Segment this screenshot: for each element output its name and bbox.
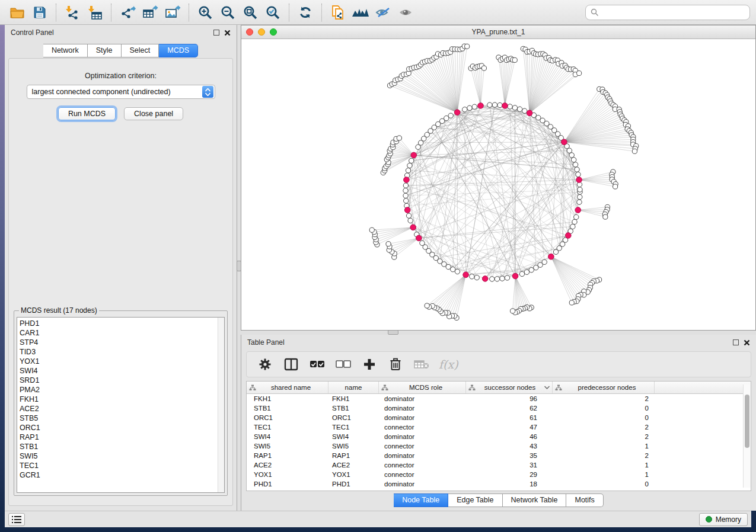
mcds-result-item[interactable]: RAP1 — [20, 432, 224, 442]
column-header-successor-nodes[interactable]: successor nodes — [466, 382, 553, 393]
table-tab[interactable]: Motifs — [566, 493, 603, 507]
zoom-out-icon — [220, 5, 235, 20]
export-image-button[interactable] — [161, 2, 184, 23]
table-tabs: Node TableEdge TableNetwork TableMotifs — [241, 493, 756, 507]
close-panel-icon[interactable] — [744, 339, 750, 346]
save-button[interactable] — [28, 2, 51, 23]
table-row[interactable]: RAP1 RAP1 dominator 35 2 — [247, 451, 751, 460]
import-table-button[interactable] — [84, 2, 106, 23]
sort-descending-icon — [544, 386, 550, 389]
zoom-in-button[interactable] — [194, 2, 216, 23]
control-panel-tab[interactable]: Style — [88, 44, 122, 57]
table-panel: Table Panel f(x) — [241, 335, 756, 511]
column-header-mcds-role[interactable]: MCDS role — [379, 382, 466, 393]
node-table-body: FKH1 FKH1 dominator 96 2 STB1 STB1 domin… — [247, 394, 751, 489]
table-row[interactable]: PHD1 PHD1 dominator 18 0 — [247, 479, 751, 489]
mcds-result-item[interactable]: STP4 — [20, 338, 224, 347]
control-panel-tab[interactable]: Select — [122, 44, 160, 57]
select-all-button[interactable] — [307, 354, 327, 374]
control-panel-tab[interactable]: MCDS — [159, 44, 198, 57]
trash-icon — [390, 358, 401, 371]
float-panel-icon[interactable] — [213, 30, 219, 36]
toolbar-separator — [321, 4, 322, 21]
mcds-result-item[interactable]: ORC1 — [20, 423, 224, 432]
table-row[interactable]: ORC1 ORC1 dominator 61 0 — [247, 413, 751, 422]
task-history-button[interactable] — [8, 513, 25, 526]
table-row[interactable]: STB1 STB1 dominator 62 0 — [247, 403, 751, 413]
mcds-result-item[interactable]: STB5 — [20, 414, 224, 423]
control-panel-tab[interactable]: Network — [43, 44, 88, 57]
mcds-result-item[interactable]: TEC1 — [20, 461, 224, 470]
table-tab[interactable]: Network Table — [503, 493, 567, 507]
show-all-button[interactable] — [394, 2, 417, 23]
table-tab[interactable]: Edge Table — [448, 493, 502, 507]
delete-column-button[interactable] — [385, 354, 406, 374]
table-row[interactable]: FKH1 FKH1 dominator 96 2 — [247, 394, 751, 403]
column-header-shared-name[interactable]: shared name — [247, 382, 328, 393]
zoom-fit-icon — [243, 5, 258, 20]
horizontal-splitter[interactable] — [241, 331, 756, 335]
mcds-result-item[interactable]: YOX1 — [20, 357, 224, 366]
mcds-result-item[interactable]: ACE2 — [20, 404, 224, 414]
node-table-header: shared name name MCDS role successor nod… — [247, 382, 751, 394]
table-row[interactable]: ACE2 ACE2 connector 31 1 — [247, 460, 751, 470]
mcds-result-group: MCDS result (17 nodes) PHD1CAR1STP4TID3Y… — [14, 306, 228, 496]
mcds-result-item[interactable]: STB1 — [20, 442, 224, 451]
mcds-result-item[interactable]: PHD1 — [20, 319, 224, 328]
close-panel-button[interactable]: Close panel — [124, 107, 183, 120]
hide-selected-button[interactable] — [372, 2, 394, 23]
criterion-dropdown[interactable]: largest connected component (undirected) — [27, 85, 215, 99]
horizontal-splitter-handle[interactable] — [388, 330, 398, 335]
table-row[interactable]: SWI5 SWI5 connector 43 1 — [247, 441, 751, 451]
run-mcds-button[interactable]: Run MCDS — [58, 107, 116, 120]
tree-icon — [468, 384, 476, 391]
float-panel-icon[interactable] — [733, 339, 739, 345]
import-network-icon — [65, 5, 80, 20]
deselect-all-button[interactable] — [333, 354, 353, 374]
memory-button[interactable]: Memory — [699, 513, 748, 526]
mcds-result-item[interactable]: GCR1 — [20, 470, 224, 480]
mcds-result-item[interactable]: PMA2 — [20, 385, 224, 395]
import-network-button[interactable] — [61, 2, 84, 23]
export-table-button[interactable] — [139, 2, 161, 23]
mcds-result-item[interactable]: FKH1 — [20, 395, 224, 404]
network-canvas[interactable] — [241, 39, 755, 330]
column-header-predecessor-nodes[interactable]: predecessor nodes — [553, 382, 655, 393]
main-toolbar — [0, 0, 756, 25]
table-scrollbar[interactable] — [743, 384, 751, 488]
node-table: shared name name MCDS role successor nod… — [246, 381, 751, 491]
open-folder-button[interactable] — [6, 2, 28, 23]
gear-icon — [259, 358, 272, 371]
table-row[interactable]: TEC1 TEC1 connector 47 2 — [247, 422, 751, 432]
add-column-button[interactable] — [359, 354, 379, 374]
show-all-icon — [397, 6, 414, 19]
table-row[interactable]: SWI4 SWI4 dominator 46 2 — [247, 432, 751, 441]
search-input[interactable] — [602, 8, 745, 17]
mcds-result-item[interactable]: TID3 — [20, 347, 224, 357]
network-view-titlebar[interactable]: YPA_prune.txt_1 — [241, 25, 755, 39]
refresh-button[interactable] — [294, 2, 317, 23]
network-file-button[interactable] — [327, 2, 349, 23]
mcds-result-item[interactable]: SWI4 — [20, 366, 224, 376]
mcds-result-item[interactable]: CAR1 — [20, 328, 224, 338]
mcds-result-item[interactable]: SRD1 — [20, 376, 224, 385]
mcds-result-item[interactable]: SWI5 — [20, 451, 224, 461]
toggle-column-button[interactable] — [281, 354, 301, 374]
column-header-name[interactable]: name — [328, 382, 379, 393]
mcds-list-scrollbar[interactable] — [218, 318, 224, 492]
settings-gear-button[interactable] — [255, 354, 275, 374]
zoom-selected-button[interactable] — [261, 2, 284, 23]
close-panel-icon[interactable] — [224, 30, 231, 36]
table-tab[interactable]: Node Table — [394, 493, 448, 507]
toolbar-separator — [189, 4, 189, 21]
unchecked-boxes-icon — [336, 360, 351, 368]
toolbar-separator — [56, 4, 56, 21]
table-row[interactable]: YOX1 YOX1 connector 29 1 — [247, 470, 751, 479]
first-neighbors-button[interactable] — [349, 2, 372, 23]
zoom-out-button[interactable] — [216, 2, 239, 23]
zoom-fit-button[interactable] — [239, 2, 261, 23]
export-network-button[interactable] — [116, 2, 139, 23]
search-box[interactable] — [585, 5, 750, 20]
columns-icon — [284, 358, 298, 371]
table-scrollbar-thumb[interactable] — [745, 395, 749, 448]
